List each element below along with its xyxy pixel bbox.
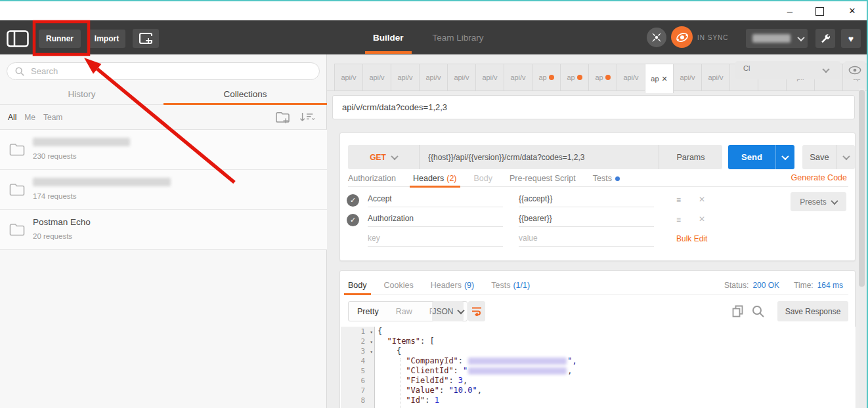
open-request-tab[interactable]: api/v — [334, 64, 363, 91]
send-button[interactable]: Send — [728, 145, 794, 169]
open-request-tab[interactable]: api/v — [673, 64, 702, 91]
new-window-button[interactable] — [133, 29, 159, 48]
open-request-tab[interactable]: ap — [560, 64, 589, 91]
sidebar-tab-collections[interactable]: Collections — [163, 84, 327, 104]
sync-button[interactable] — [671, 26, 693, 48]
header-value-input[interactable]: {{bearer}} — [519, 214, 654, 227]
new-key-input[interactable]: key — [368, 234, 503, 247]
collection-request-count: 230 requests — [33, 152, 77, 160]
search-response-button[interactable] — [752, 305, 764, 317]
send-options-arrow[interactable] — [776, 145, 794, 169]
request-tab-pre-request-script[interactable]: Pre-request Script — [510, 171, 576, 187]
code-token: "Items" — [387, 337, 420, 346]
view-tab-pretty[interactable]: Pretty — [349, 302, 387, 321]
code-line: "ClientId": ", — [378, 366, 850, 376]
open-request-tab[interactable]: ap — [532, 64, 561, 91]
format-label: JSON — [432, 307, 453, 316]
collection-item[interactable]: 174 requests — [0, 170, 327, 210]
sort-icon[interactable] — [299, 112, 315, 123]
response-tab-headers[interactable]: Headers(9) — [431, 276, 475, 295]
environment-preview-button[interactable] — [844, 61, 865, 79]
header-tab-team-library[interactable]: Team Library — [427, 20, 489, 54]
new-collection-icon[interactable] — [275, 111, 290, 123]
header-key-input[interactable]: Authorization — [368, 214, 503, 227]
save-button[interactable]: Save — [802, 145, 855, 169]
search-box[interactable] — [7, 62, 320, 80]
scrollbar-thumb[interactable] — [859, 90, 865, 287]
tab-label: Authorization — [348, 174, 396, 183]
wrap-text-button[interactable] — [468, 301, 485, 321]
runner-button[interactable]: Runner — [39, 30, 81, 48]
open-request-tab[interactable]: api/v — [419, 64, 448, 91]
close-tab-icon[interactable]: ✕ — [662, 75, 668, 83]
tab-count: (1/1) — [513, 281, 530, 290]
settings-wrench-button[interactable] — [815, 29, 835, 48]
presets-button[interactable]: Presets — [791, 192, 846, 211]
url-input[interactable] — [420, 152, 659, 163]
request-tab-authorization[interactable]: Authorization — [348, 171, 396, 187]
response-tab-tests[interactable]: Tests(1/1) — [491, 276, 530, 295]
vertical-scrollbar[interactable] — [859, 89, 865, 408]
open-request-tab[interactable]: api/v — [447, 64, 476, 91]
header-tab-builder[interactable]: Builder — [368, 20, 409, 54]
request-tab-headers[interactable]: Headers(2) — [413, 171, 457, 187]
params-button[interactable]: Params — [659, 145, 722, 169]
header-value-input[interactable]: {{accept}} — [519, 194, 654, 207]
save-options-arrow[interactable] — [837, 145, 855, 169]
line-number: 8 — [341, 396, 374, 405]
save-label[interactable]: Save — [802, 145, 837, 169]
sidebar-toggle-icon[interactable] — [7, 30, 29, 47]
tab-count: (2) — [446, 174, 456, 183]
request-tab-tests[interactable]: Tests — [593, 171, 620, 187]
response-body-viewer[interactable]: 1▾2▾3▾45678 { "Items": [ { "CompanyId": … — [341, 327, 856, 408]
drag-handle-icon[interactable]: ≡ — [676, 215, 681, 224]
import-button[interactable]: Import — [88, 30, 125, 48]
open-request-tab[interactable]: api/v — [701, 64, 730, 91]
close-icon[interactable]: ✕ — [842, 1, 862, 20]
open-request-tab[interactable]: api/v — [391, 64, 420, 91]
response-tab-body[interactable]: Body — [348, 276, 367, 295]
format-dropdown[interactable]: JSON — [432, 301, 464, 321]
filter-me[interactable]: Me — [24, 113, 35, 122]
enabled-check-icon[interactable]: ✓ — [347, 214, 359, 226]
save-response-button[interactable]: Save Response — [777, 301, 848, 321]
open-request-tab[interactable]: api/v — [504, 64, 532, 91]
open-request-tab[interactable]: api/v — [617, 64, 645, 91]
maximize-icon[interactable] — [815, 7, 824, 16]
code-token: "10.0" — [448, 386, 477, 396]
user-dropdown[interactable] — [746, 29, 808, 48]
open-request-tab-active[interactable]: ap✕ — [645, 64, 674, 93]
minimize-icon[interactable]: – — [780, 1, 800, 20]
code-line: "Id": 1 — [378, 396, 850, 405]
copy-button[interactable] — [732, 305, 743, 317]
enabled-check-icon[interactable]: ✓ — [347, 194, 359, 207]
favorites-heart-button[interactable]: ♥ — [841, 29, 861, 48]
open-request-tab[interactable]: ap — [588, 64, 617, 91]
collection-item[interactable]: Postman Echo20 requests — [0, 210, 327, 250]
response-tab-cookies[interactable]: Cookies — [384, 276, 414, 295]
bulk-edit-link[interactable]: Bulk Edit — [676, 234, 707, 243]
request-tab-body[interactable]: Body — [474, 171, 493, 187]
view-tab-raw[interactable]: Raw — [387, 302, 421, 321]
tests-dot-icon — [615, 176, 620, 181]
request-name-bar[interactable]: api/v/crm/data?codes=1,2,3 — [332, 95, 855, 119]
delete-row-icon[interactable]: ✕ — [699, 214, 705, 224]
filter-all[interactable]: All — [8, 113, 16, 122]
environment-selector[interactable]: Cl — [735, 61, 840, 79]
sidebar-tab-history[interactable]: History — [0, 84, 163, 104]
code-token: : — [458, 356, 467, 366]
open-request-tab[interactable]: api/v — [362, 64, 391, 91]
method-dropdown[interactable]: GET — [348, 145, 420, 169]
collection-item[interactable]: 230 requests — [0, 130, 327, 170]
method-label: GET — [370, 153, 386, 162]
delete-row-icon[interactable]: ✕ — [699, 195, 705, 204]
open-request-tab[interactable]: api/v — [475, 64, 504, 91]
filter-team[interactable]: Team — [43, 113, 62, 122]
drag-handle-icon[interactable]: ≡ — [676, 195, 681, 205]
send-label[interactable]: Send — [728, 145, 776, 169]
proxy-capture-button[interactable] — [647, 28, 666, 47]
generate-code-link[interactable]: Generate Code — [791, 173, 847, 182]
search-input[interactable] — [30, 66, 282, 77]
header-key-input[interactable]: Accept — [368, 194, 503, 207]
new-value-input[interactable]: value — [519, 234, 654, 247]
